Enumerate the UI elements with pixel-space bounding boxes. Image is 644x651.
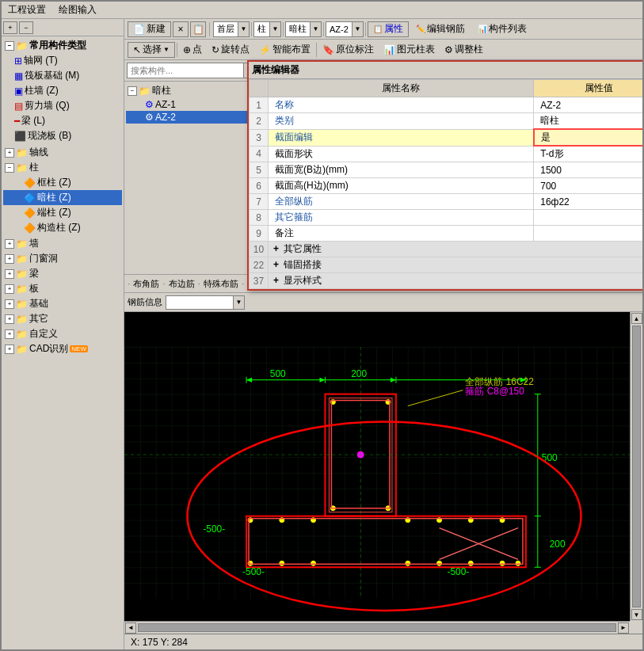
close-tab-button[interactable]: × [173, 21, 189, 37]
property-label: 属性 [384, 22, 403, 36]
comp-az1-icon: ⚙ [145, 99, 154, 110]
az-value: AZ-2 [326, 25, 352, 34]
tree-item-endcol[interactable]: 🔶 端柱 (Z) [3, 205, 122, 220]
prop-val-7[interactable]: 16ф22 [534, 194, 642, 210]
expand-37-icon: + [273, 275, 279, 286]
prop-val-5[interactable]: 1500 [534, 162, 642, 178]
prop-name-9: 备注 [269, 226, 534, 242]
cad-scroll-up-btn[interactable]: ▲ [631, 313, 642, 324]
customgroup-icon: 📁 [16, 329, 28, 340]
property-button[interactable]: 📋 属性 [368, 21, 409, 37]
menu-engineering[interactable]: 工程设置 [5, 3, 49, 17]
tree-label-axisgroup: 轴线 [29, 146, 48, 159]
action-btn-special[interactable]: 特殊布筋 [200, 277, 242, 291]
othergroup-icon: 📁 [16, 314, 28, 325]
comp-root[interactable]: − 📁 暗柱 [126, 83, 253, 98]
az-combo[interactable]: AZ-2 ▼ [326, 21, 364, 37]
hidden-col-combo[interactable]: 暗柱 ▼ [285, 21, 322, 37]
comp-az2[interactable]: ⚙ AZ-2 [126, 111, 253, 124]
rotate-button[interactable]: ↻ 旋转点 [208, 42, 253, 58]
rebar-info-combo[interactable]: ▼ [166, 295, 245, 310]
prop-name-7: 全部纵筋 [269, 194, 534, 210]
expand-slab-icon: + [5, 284, 14, 294]
struct-list-button[interactable]: 📊 构件列表 [472, 21, 532, 37]
tree-item-othergroup[interactable]: + 📁 其它 [3, 311, 122, 326]
tree-item-wallgroup[interactable]: + 📁 墙 [3, 236, 122, 251]
cad-scroll-down-btn[interactable]: ▼ [631, 609, 642, 620]
copy-button[interactable]: 📋 [190, 21, 206, 37]
tree-item-hidcol[interactable]: 🔷 暗柱 (Z) [3, 190, 122, 205]
prop-val-9[interactable] [534, 226, 642, 242]
cad-scroll-right-btn[interactable]: ► [618, 622, 629, 634]
tree-item-beam[interactable]: ━ 梁 (L) [3, 113, 122, 128]
tree-item-colgroup[interactable]: − 📁 柱 [3, 160, 122, 175]
smart-button[interactable]: ⚡ 智能布置 [255, 42, 314, 58]
colwall-icon: ▣ [14, 86, 23, 97]
prop-group-37-label[interactable]: + 显示样式 [269, 273, 643, 289]
tree-label-cadgroup: CAD识别 [29, 342, 68, 356]
point-button[interactable]: ⊕ 点 [179, 42, 206, 58]
cad-scroll-left-btn[interactable]: ◄ [125, 622, 136, 634]
sidebar-expand-btn[interactable]: − [19, 21, 33, 34]
cad-scroll-thumb-h[interactable] [138, 623, 616, 632]
prop-val-2[interactable]: 暗柱 [534, 113, 642, 130]
tree-item-wingroup[interactable]: + 📁 门窗洞 [3, 251, 122, 266]
table-label: 图元柱表 [397, 43, 435, 56]
tree-item-beamgroup[interactable]: + 📁 梁 [3, 266, 122, 281]
table-button[interactable]: 📊 图元柱表 [379, 42, 439, 58]
prop-row-4: 4 截面形状 T-d形 [250, 146, 643, 162]
comp-az1[interactable]: ⚙ AZ-1 [126, 98, 253, 111]
svg-text:-500-: -500- [242, 566, 265, 577]
search-box[interactable]: 🔍 [127, 63, 260, 78]
cad-drawing-area[interactable]: 500 200 全部纵筋 16C22 箍筋 C8@150 500 200 [124, 312, 642, 634]
prop-row-1: 1 名称 AZ-2 [250, 97, 643, 113]
dialog-title: 属性编辑器 [252, 63, 299, 77]
top-toolbar: 📄 新建 × 📋 首层 ▼ 柱 ▼ [124, 19, 642, 40]
tree-item-customgroup[interactable]: + 📁 自定义 [3, 326, 122, 341]
tree-item-common[interactable]: − 📁 常用构件类型 [3, 38, 122, 53]
cad-svg: 500 200 全部纵筋 16C22 箍筋 C8@150 500 200 [124, 312, 642, 634]
prop-val-6[interactable]: 700 [534, 178, 642, 194]
tree-item-constcol[interactable]: 🔶 构造柱 (Z) [3, 220, 122, 235]
tree-item-raft[interactable]: ▦ 筏板基础 (M) [3, 68, 122, 83]
prop-group-10-label[interactable]: + 其它属性 [269, 242, 643, 257]
origin-button[interactable]: 🔖 原位标注 [318, 42, 378, 58]
adjust-button[interactable]: ⚙ 调整柱 [440, 42, 487, 58]
prop-group-10: 10 + 其它属性 [250, 242, 643, 257]
prop-row-5: 5 截面宽(B边)(mm) 1500 [250, 162, 643, 178]
tree-item-shearwall[interactable]: ▤ 剪力墙 (Q) [3, 98, 122, 113]
floor-arrow-icon: ▼ [238, 22, 249, 36]
menu-drawing[interactable]: 绘图输入 [55, 3, 100, 17]
cad-scrollbar-bottom[interactable]: ◄ ► [124, 621, 630, 634]
cad-scrollbar-right[interactable]: ▲ ▼ [630, 312, 642, 621]
action-btn-edge[interactable]: 布边筋 [166, 277, 198, 291]
cad-scroll-thumb-v[interactable] [632, 326, 641, 607]
cadgroup-icon: 📁 [16, 344, 28, 355]
prop-val-3[interactable]: 是 ▼ [534, 129, 642, 146]
expand-win-icon: + [5, 254, 14, 264]
prop-val-1[interactable]: AZ-2 [534, 97, 642, 113]
edit-rebar-button[interactable]: ✏️ 编辑钢筋 [410, 21, 471, 37]
tree-label-beam: 梁 (L) [21, 114, 45, 128]
prop-val-8[interactable] [534, 210, 642, 226]
select-button[interactable]: ↖ 选择 ▼ [128, 42, 175, 58]
tree-item-colwall[interactable]: ▣ 柱墙 (Z) [3, 83, 122, 98]
prop-group-22-label[interactable]: + 锚固搭接 [269, 257, 643, 273]
column-combo[interactable]: 柱 ▼ [253, 21, 281, 37]
tree-item-foundgroup[interactable]: + 📁 基础 [3, 296, 122, 311]
tree-item-cadgroup[interactable]: + 📁 CAD识别 NEW [3, 341, 122, 356]
svg-point-42 [468, 561, 473, 565]
tree-item-slab[interactable]: ⬛ 现浇板 (B) [3, 128, 122, 143]
expand-10-icon: + [273, 243, 279, 254]
sidebar-collapse-btn[interactable]: + [3, 21, 17, 34]
tree-item-axisgroup[interactable]: + 📁 轴线 [3, 145, 122, 160]
search-input[interactable] [128, 66, 243, 75]
new-button[interactable]: 📄 新建 [128, 21, 171, 37]
tree-item-slabgroup[interactable]: + 📁 板 [3, 281, 122, 296]
tree-item-framecol[interactable]: 🔶 框柱 (Z) [3, 175, 122, 190]
slab-icon: ⬛ [14, 131, 26, 142]
prop-val-4[interactable]: T-d形 [534, 146, 642, 162]
action-btn-corner[interactable]: 布角筋 [130, 277, 162, 291]
floor-combo[interactable]: 首层 ▼ [213, 21, 250, 37]
tree-item-axis[interactable]: ⊞ 轴网 (T) [3, 53, 122, 68]
